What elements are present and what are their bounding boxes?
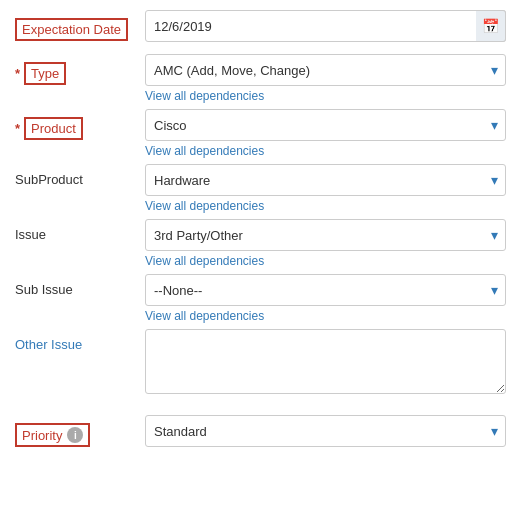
subproduct-label-text: SubProduct [15, 172, 83, 187]
expectation-date-input[interactable] [145, 10, 506, 42]
product-label: * Product [15, 109, 145, 140]
sub-issue-select[interactable]: --None-- [145, 274, 506, 306]
product-select[interactable]: Cisco HP Dell Other [145, 109, 506, 141]
priority-select-wrap: Standard High Critical [145, 415, 506, 447]
subproduct-row: SubProduct Hardware Software License Vie… [15, 164, 506, 213]
priority-info-icon[interactable]: i [67, 427, 83, 443]
date-input-wrap: 📅 [145, 10, 506, 42]
calendar-icon[interactable]: 📅 [476, 10, 506, 42]
sub-issue-label: Sub Issue [15, 274, 145, 297]
priority-control: Standard High Critical [145, 415, 506, 447]
type-label: * Type [15, 54, 145, 85]
product-select-wrap: Cisco HP Dell Other [145, 109, 506, 141]
expectation-date-label: Expectation Date [15, 10, 145, 41]
issue-view-deps[interactable]: View all dependencies [145, 254, 264, 268]
type-view-deps[interactable]: View all dependencies [145, 89, 264, 103]
product-required-star: * [15, 121, 20, 136]
subproduct-select[interactable]: Hardware Software License [145, 164, 506, 196]
subproduct-view-deps[interactable]: View all dependencies [145, 199, 264, 213]
priority-label-text: Priority [22, 428, 62, 443]
type-select-wrap: AMC (Add, Move, Change) Break Fix Projec… [145, 54, 506, 86]
priority-label: Priority i [15, 415, 145, 447]
other-issue-label-text: Other Issue [15, 337, 82, 352]
type-required-star: * [15, 66, 20, 81]
sub-issue-control: --None-- View all dependencies [145, 274, 506, 323]
sub-issue-select-wrap: --None-- [145, 274, 506, 306]
expectation-date-row: Expectation Date 📅 [15, 10, 506, 48]
issue-row: Issue 3rd Party/Other Network Server Sto… [15, 219, 506, 268]
expectation-date-label-text: Expectation Date [15, 18, 128, 41]
subproduct-label: SubProduct [15, 164, 145, 187]
other-issue-textarea[interactable] [145, 329, 506, 394]
type-control: AMC (Add, Move, Change) Break Fix Projec… [145, 54, 506, 103]
priority-select[interactable]: Standard High Critical [145, 415, 506, 447]
sub-issue-view-deps[interactable]: View all dependencies [145, 309, 264, 323]
subproduct-select-wrap: Hardware Software License [145, 164, 506, 196]
other-issue-control [145, 329, 506, 397]
product-row: * Product Cisco HP Dell Other View all d… [15, 109, 506, 158]
sub-issue-row: Sub Issue --None-- View all dependencies [15, 274, 506, 323]
other-issue-label: Other Issue [15, 329, 145, 352]
issue-select[interactable]: 3rd Party/Other Network Server Storage [145, 219, 506, 251]
priority-row: Priority i Standard High Critical [15, 415, 506, 453]
sub-issue-label-text: Sub Issue [15, 282, 73, 297]
type-select[interactable]: AMC (Add, Move, Change) Break Fix Projec… [145, 54, 506, 86]
issue-select-wrap: 3rd Party/Other Network Server Storage [145, 219, 506, 251]
type-row: * Type AMC (Add, Move, Change) Break Fix… [15, 54, 506, 103]
product-view-deps[interactable]: View all dependencies [145, 144, 264, 158]
priority-label-box: Priority i [15, 423, 90, 447]
expectation-date-control: 📅 [145, 10, 506, 42]
type-label-text: Type [24, 62, 66, 85]
product-control: Cisco HP Dell Other View all dependencie… [145, 109, 506, 158]
product-label-text: Product [24, 117, 83, 140]
subproduct-control: Hardware Software License View all depen… [145, 164, 506, 213]
issue-label-text: Issue [15, 227, 46, 242]
issue-label: Issue [15, 219, 145, 242]
issue-control: 3rd Party/Other Network Server Storage V… [145, 219, 506, 268]
other-issue-row: Other Issue [15, 329, 506, 409]
